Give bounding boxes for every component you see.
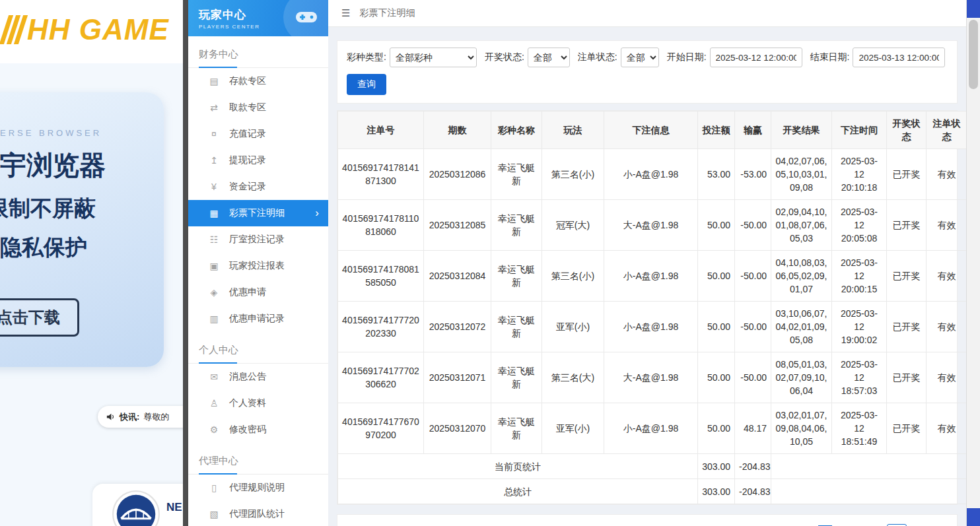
sidebar-item-change-password[interactable]: ⚙修改密码 <box>188 416 328 443</box>
cell-draw-result: 04,10,08,03,06,05,02,09,01,07 <box>771 251 832 302</box>
sidebar-item-recharge-records[interactable]: ¤充值记录 <box>188 121 328 147</box>
bet-table-card: 注单号期数彩种名称玩法下注信息投注额输赢开奖结果下注时间开奖状态注单状态4015… <box>337 110 958 505</box>
withdraw-icon: ⇄ <box>208 102 220 113</box>
column-header-issue: 期数 <box>424 112 491 149</box>
sidebar-title: 玩家中心 <box>199 7 260 22</box>
summary-label: 当前页统计 <box>338 454 698 479</box>
cell-bet-time: 2025-03-12 18:57:03 <box>832 352 887 403</box>
menu-toggle-icon[interactable]: ☰ <box>341 7 350 19</box>
sidebar-header: 玩家中心 PLAYERS CENTER <box>188 0 328 36</box>
cell-draw-result: 08,05,01,03,02,07,09,10,06,04 <box>771 352 832 403</box>
cell-draw-status: 已开奖 <box>887 200 927 251</box>
sidebar-item-label: 代理规则说明 <box>229 482 285 494</box>
draw-status-label: 开奖状态: <box>485 51 524 63</box>
scrollbar-thumb[interactable] <box>969 20 978 89</box>
cell-lottery-name: 幸运飞艇新 <box>491 251 542 302</box>
left-page-scrollbar[interactable] <box>183 0 188 526</box>
cell-draw-result: 04,02,07,06,05,10,03,01,09,08 <box>771 149 832 200</box>
hall-bet-record-icon: ☷ <box>208 234 220 245</box>
column-header-win-loss: 输赢 <box>735 112 771 149</box>
agent-team-stats-icon: ▧ <box>208 509 220 519</box>
funds-record-icon: ¥ <box>208 181 220 192</box>
scroll-down-button[interactable] <box>967 508 980 526</box>
team-abbr-text: NE <box>166 501 182 514</box>
marquee-text: 尊敬的 <box>143 411 169 423</box>
cell-issue: 20250312071 <box>424 352 491 403</box>
recharge-record-icon: ¤ <box>208 129 220 139</box>
cell-bet-info: 小-A盘@1.98 <box>604 302 698 352</box>
banner-line-3: 隐私保护 <box>0 233 164 263</box>
summary-win-loss-total: -204.83 <box>735 454 771 479</box>
sidebar-item-label: 存款专区 <box>229 75 266 87</box>
table-row: 40156917417814187130020250312086幸运飞艇新第三名… <box>338 149 967 200</box>
section-heading: 代理中心 <box>188 449 328 475</box>
bet-table: 注单号期数彩种名称玩法下注信息投注额输赢开奖结果下注时间开奖状态注单状态4015… <box>337 111 967 504</box>
cell-lottery-name: 幸运飞艇新 <box>491 302 542 352</box>
cell-issue: 20250312070 <box>424 403 491 454</box>
column-header-play-type: 玩法 <box>542 112 604 149</box>
cell-bet-amount: 50.00 <box>698 251 735 302</box>
screen: HH GAME ERSE BROWSER 宇浏览器 限制不屏蔽 隐私保护 点击下… <box>0 0 980 526</box>
sidebar-item-label: 优惠申请 <box>229 286 266 298</box>
sidebar-item-funds-records[interactable]: ¥资金记录 <box>188 174 328 200</box>
cell-bet-info: 小-A盘@1.98 <box>604 149 698 200</box>
scroll-up-button[interactable] <box>967 0 980 18</box>
cell-bet-time: 2025-03-12 20:10:18 <box>832 149 887 200</box>
sidebar-item-hall-bet-records[interactable]: ☷厅室投注记录 <box>188 226 328 253</box>
start-date-input[interactable] <box>710 48 802 67</box>
topbar: ☰ 彩票下注明细 <box>328 0 966 27</box>
table-row: 40156917417808158505020250312084幸运飞艇新第三名… <box>338 251 967 302</box>
cell-issue: 20250312084 <box>424 251 491 302</box>
summary-row: 总统计303.00-204.83 <box>338 479 967 504</box>
sidebar-item-promo-apply-records[interactable]: ▥优惠申请记录 <box>188 306 328 332</box>
cell-order-status: 有效 <box>927 352 967 403</box>
table-row: 40156917417772020233020250312072幸运飞艇新亚军(… <box>338 302 967 352</box>
cell-issue: 20250312086 <box>424 149 491 200</box>
start-date-label: 开始日期: <box>667 51 707 63</box>
lottery-bet-detail-icon: ▦ <box>208 208 220 218</box>
sidebar-item-deposit[interactable]: ▤存款专区 <box>188 68 328 94</box>
site-header: HH GAME <box>0 0 183 63</box>
end-date-input[interactable] <box>853 48 945 67</box>
cell-order-status: 有效 <box>927 302 967 352</box>
sidebar-item-announcements[interactable]: ✉消息公告 <box>188 364 328 390</box>
brand-logo[interactable]: HH GAME <box>4 13 169 46</box>
sidebar-item-withdrawal-records[interactable]: ↥提现记录 <box>188 147 328 174</box>
cell-order-status: 有效 <box>927 149 967 200</box>
speaker-icon <box>106 412 116 422</box>
lottery-type-select[interactable]: 全部彩种 <box>390 48 477 67</box>
news-marquee[interactable]: 快讯: 尊敬的 <box>98 406 183 428</box>
summary-row: 当前页统计303.00-204.83 <box>338 454 967 479</box>
sidebar-menu: 财务中心▤存款专区⇄取款专区¤充值记录↥提现记录¥资金记录▦彩票下注明细›☷厅室… <box>188 43 328 526</box>
cell-issue: 20250312072 <box>424 302 491 352</box>
summary-bet-total: 303.00 <box>698 454 735 479</box>
cell-draw-status: 已开奖 <box>887 403 927 454</box>
draw-status-select[interactable]: 全部 <box>528 48 570 67</box>
sidebar-item-withdraw[interactable]: ⇄取款专区 <box>188 94 328 121</box>
download-button[interactable]: 点击下载 <box>0 298 79 337</box>
right-scrollbar[interactable] <box>966 0 980 526</box>
sidebar-item-profile[interactable]: ♙个人资料 <box>188 390 328 416</box>
cell-win-loss: -50.00 <box>735 200 771 251</box>
sidebar-item-agent-team[interactable]: ▧代理团队统计 <box>188 501 328 526</box>
bottom-card: NE <box>92 484 183 526</box>
cell-bet-amount: 53.00 <box>698 149 735 200</box>
cell-order-status: 有效 <box>927 200 967 251</box>
cell-lottery-name: 幸运飞艇新 <box>491 403 542 454</box>
cell-bet-amount: 50.00 <box>698 200 735 251</box>
cell-bet-time: 2025-03-12 20:00:15 <box>832 251 887 302</box>
search-button[interactable]: 查询 <box>347 74 386 95</box>
cell-lottery-name: 幸运飞艇新 <box>491 200 542 251</box>
marquee-label: 快讯: <box>120 411 139 423</box>
order-status-select[interactable]: 全部 <box>621 48 659 67</box>
sidebar-item-agent-rules[interactable]: ▯代理规则说明 <box>188 475 328 501</box>
sidebar-item-lottery-bet-details[interactable]: ▦彩票下注明细› <box>188 200 328 226</box>
content-area: 彩种类型: 全部彩种 开奖状态: 全部 注单状态: <box>328 27 966 526</box>
sidebar-item-player-bet-report[interactable]: ▣玩家投注报表 <box>188 253 328 279</box>
column-header-order-status: 注单状态 <box>927 112 967 149</box>
cell-win-loss: 48.17 <box>735 403 771 454</box>
cell-bet-amount: 50.00 <box>698 302 735 352</box>
sidebar-item-label: 玩家投注报表 <box>229 260 285 272</box>
cell-draw-status: 已开奖 <box>887 352 927 403</box>
sidebar-item-promo-apply[interactable]: ◈优惠申请 <box>188 279 328 306</box>
